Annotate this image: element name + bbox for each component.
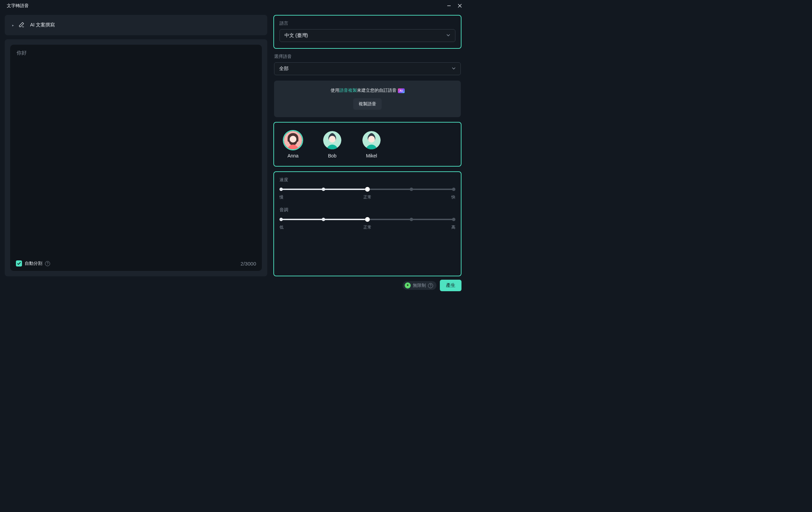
pitch-slider[interactable]: [279, 216, 455, 223]
chevron-down-icon: [452, 66, 456, 71]
avatar: [284, 131, 302, 149]
expand-icon: ▸: [12, 23, 14, 27]
speed-min: 慢: [279, 194, 284, 200]
voice-clone-box: 使用語音複製來建立您的自訂語音AI 複製語音: [274, 81, 461, 117]
language-value: 中文 (臺灣): [285, 33, 308, 39]
speed-slider[interactable]: [279, 186, 455, 193]
voice-clone-link[interactable]: 語音複製: [339, 88, 357, 93]
text-input-panel: 自動分割 ? 2/3000: [5, 39, 267, 276]
voice-filter-label: 選擇語音: [274, 54, 461, 60]
voice-name: Anna: [288, 153, 299, 158]
voice-name: Mikel: [366, 153, 377, 158]
language-select[interactable]: 中文 (臺灣): [279, 29, 455, 42]
help-icon[interactable]: ?: [428, 283, 433, 288]
voice-list-group: Anna Bob: [273, 122, 461, 167]
voice-option-bob[interactable]: Bob: [322, 130, 342, 158]
ai-copywriting-row[interactable]: ▸ AI AI 文案撰寫: [5, 15, 267, 35]
svg-point-5: [290, 136, 296, 143]
voice-filter-group: 選擇語音 全部 使用語音複製來建立您的自訂語音AI 複製語音: [273, 54, 461, 117]
voice-option-anna[interactable]: Anna: [283, 130, 303, 158]
language-label: 語言: [279, 20, 455, 26]
voice-option-mikel[interactable]: Mikel: [361, 130, 382, 158]
svg-point-9: [368, 136, 375, 143]
window-title: 文字轉語音: [7, 3, 29, 9]
pitch-mid: 正常: [363, 225, 371, 230]
pen-ai-icon: AI: [19, 21, 25, 29]
avatar: [323, 131, 341, 149]
close-button[interactable]: [457, 3, 462, 8]
svg-text:AI: AI: [22, 26, 24, 28]
voice-name: Bob: [328, 153, 337, 158]
chevron-down-icon: [446, 33, 450, 38]
text-input[interactable]: [16, 49, 256, 257]
auto-split-checkbox[interactable]: [16, 260, 22, 266]
avatar: [362, 131, 381, 149]
language-group: 語言 中文 (臺灣): [273, 15, 461, 49]
ai-copywriting-label: AI 文案撰寫: [30, 22, 55, 28]
minimize-button[interactable]: [447, 3, 451, 8]
params-group: 速度 慢 正常 快: [273, 171, 461, 276]
star-icon: [405, 282, 411, 289]
speed-max: 快: [451, 194, 455, 200]
auto-split-label: 自動分割: [25, 260, 42, 266]
unlimited-label: 無限制: [413, 282, 426, 289]
clone-voice-button[interactable]: 複製語音: [353, 98, 382, 110]
char-count: 2/3000: [241, 261, 256, 266]
voice-filter-select[interactable]: 全部: [274, 62, 461, 75]
pitch-min: 低: [279, 225, 284, 230]
voice-filter-value: 全部: [279, 66, 289, 72]
speed-label: 速度: [279, 177, 455, 183]
speed-mid: 正常: [363, 194, 371, 200]
pitch-label: 音調: [279, 207, 455, 213]
pitch-max: 高: [451, 225, 455, 230]
ai-badge: AI: [398, 88, 405, 93]
voice-clone-text: 使用語音複製來建立您的自訂語音AI: [331, 87, 405, 93]
unlimited-pill[interactable]: 無限制 ?: [403, 281, 436, 290]
svg-point-7: [329, 136, 336, 143]
help-icon[interactable]: ?: [45, 261, 50, 266]
generate-button[interactable]: 產生: [440, 280, 461, 291]
